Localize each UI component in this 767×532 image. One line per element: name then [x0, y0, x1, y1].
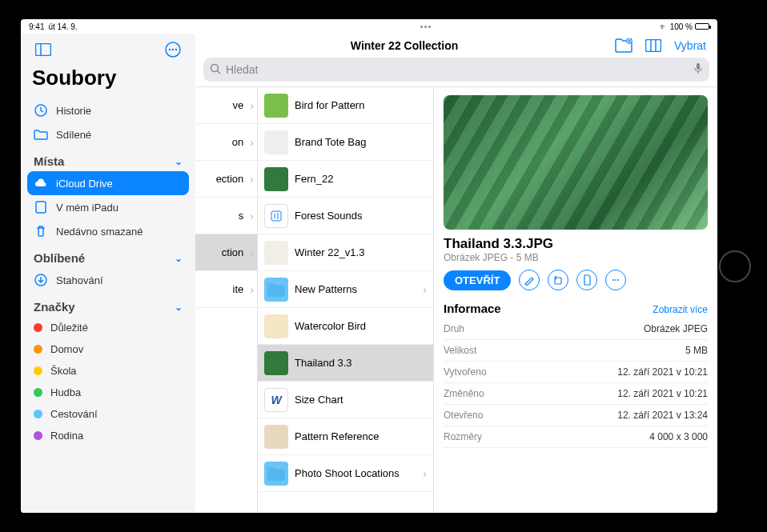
file-row[interactable]: WSize Chart [258, 382, 433, 418]
info-heading: Informace [444, 302, 501, 315]
chevron-right-icon: › [250, 283, 254, 296]
sidebar-item[interactable]: V mém iPadu [27, 195, 189, 219]
search-placeholder: Hledat [226, 63, 258, 76]
sidebar-item[interactable]: iCloud Drive [27, 171, 189, 195]
sidebar-section-header[interactable]: Místa⌄ [27, 146, 189, 171]
info-row: Vytvořeno12. září 2021 v 10:21 [444, 362, 708, 383]
sidebar-item-shared-folder[interactable]: Sdílené [27, 122, 189, 146]
info-key: Velikost [444, 345, 476, 356]
sidebar-item[interactable]: Rodina [27, 425, 189, 446]
column-row[interactable]: ve› [195, 87, 257, 124]
search-icon [210, 63, 221, 77]
file-row[interactable]: Watercolor Bird [258, 308, 433, 345]
new-folder-button[interactable] [612, 35, 636, 56]
sidebar-item[interactable]: Cestování [27, 403, 189, 425]
svg-point-5 [175, 49, 177, 50]
file-name: Size Chart [295, 394, 427, 406]
sidebar-item[interactable]: Škola [27, 360, 189, 382]
column-row[interactable]: ite› [195, 271, 257, 308]
more-actions-button[interactable] [605, 270, 626, 290]
row-label: ection [202, 173, 243, 185]
sidebar-more-button[interactable] [162, 38, 184, 61]
info-value: Obrázek JPEG [644, 323, 708, 334]
image-thumbnail [264, 241, 288, 265]
column-row[interactable]: s› [195, 198, 257, 234]
sidebar: Soubory HistorieSdílené Místa⌄iCloud Dri… [21, 34, 195, 513]
row-label: ite [202, 283, 243, 295]
column-row[interactable]: ection› [195, 161, 257, 198]
home-button[interactable] [719, 250, 751, 282]
chevron-right-icon: › [250, 173, 254, 186]
sidebar-item[interactable]: Důležité [27, 317, 189, 338]
select-button[interactable]: Vybrat [671, 36, 709, 55]
detail-pane: Thailand 3.3.JPG Obrázek JPEG - 5 MB OTE… [434, 87, 717, 513]
search-field[interactable]: Hledat [203, 58, 709, 82]
sidebar-item-label: iCloud Drive [56, 178, 113, 190]
file-row[interactable]: Forest Sounds [258, 198, 433, 234]
screen: 9:41 út 14. 9. ᯤ 100 % [21, 19, 717, 513]
chevron-down-icon: ⌄ [175, 302, 183, 313]
file-row[interactable]: Brand Tote Bag [258, 124, 433, 161]
file-row[interactable]: Fern_22 [258, 161, 433, 198]
file-row[interactable]: Pattern Reference [258, 418, 433, 455]
file-name: Watercolor Bird [295, 320, 427, 332]
chevron-right-icon: › [250, 210, 254, 222]
image-thumbnail [264, 351, 288, 375]
wifi-icon: ᯤ [660, 22, 668, 31]
sidebar-item-label: Hudba [50, 386, 81, 398]
open-button[interactable]: OTEVŘÍT [444, 270, 511, 290]
svg-point-4 [172, 49, 174, 50]
file-name: Fern_22 [295, 173, 427, 185]
svg-rect-13 [646, 40, 661, 52]
rotate-button[interactable] [548, 270, 568, 290]
info-value: 12. září 2021 v 13:24 [617, 410, 708, 421]
multitask-indicator[interactable] [420, 26, 431, 28]
file-preview-image[interactable] [444, 95, 708, 230]
file-row[interactable]: Photo Shoot Locations› [258, 455, 433, 492]
chevron-right-icon: › [250, 99, 254, 112]
sidebar-item[interactable]: Stahování [27, 268, 189, 292]
file-row[interactable]: New Patterns› [258, 271, 433, 308]
info-key: Otevřeno [444, 410, 483, 421]
sidebar-item-label: Domov [50, 343, 83, 355]
svg-rect-7 [36, 202, 46, 213]
file-name: New Patterns [295, 283, 416, 295]
sidebar-section-header[interactable]: Značky⌄ [27, 292, 189, 317]
file-name: Pattern Reference [295, 430, 427, 442]
markup-button[interactable] [519, 270, 540, 290]
toggle-sidebar-button[interactable] [32, 40, 54, 59]
svg-line-17 [218, 70, 221, 74]
trash-icon [34, 224, 48, 238]
sidebar-item[interactable]: Domov [27, 338, 189, 360]
column-row[interactable]: on› [195, 124, 257, 161]
shared-folder-icon [34, 127, 48, 142]
file-row[interactable]: Bird for Pattern [258, 87, 433, 124]
file-name: Thailand 3.3 [295, 357, 427, 369]
sidebar-item-label: Cestování [50, 408, 98, 420]
battery-percent: 100 % [670, 22, 693, 31]
sidebar-title: Soubory [27, 62, 189, 98]
battery-icon [695, 23, 709, 30]
file-row[interactable]: Thailand 3.3 [258, 345, 433, 382]
convert-button[interactable] [576, 270, 597, 290]
svg-point-24 [617, 279, 619, 281]
column-row[interactable]: ction› [195, 234, 257, 271]
sidebar-item[interactable]: Nedávno smazané [27, 219, 189, 243]
section-title: Značky [34, 300, 75, 314]
status-date: út 14. 9. [48, 22, 77, 31]
column-parent: ve›on›ection›s›ction›ite› [195, 87, 258, 513]
file-name: Forest Sounds [295, 210, 427, 222]
sidebar-section-header[interactable]: Oblíbené⌄ [27, 243, 189, 268]
view-mode-button[interactable] [642, 36, 665, 55]
main-area: Winter 22 Collection Vybrat Hledat [195, 34, 717, 513]
tag-color-dot [34, 410, 42, 418]
show-more-link[interactable]: Zobrazit více [653, 304, 708, 315]
dictate-icon[interactable] [693, 62, 703, 78]
sidebar-item[interactable]: Hudba [27, 382, 189, 403]
section-title: Místa [34, 154, 64, 168]
detail-subtitle: Obrázek JPEG - 5 MB [444, 252, 708, 263]
file-row[interactable]: Winter 22_v1.3 [258, 234, 433, 271]
info-key: Vytvořeno [444, 366, 487, 378]
info-row: Velikost5 MB [444, 340, 708, 362]
sidebar-item-clock[interactable]: Historie [27, 98, 189, 122]
